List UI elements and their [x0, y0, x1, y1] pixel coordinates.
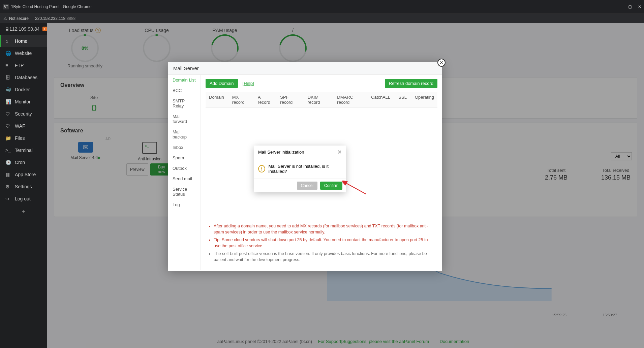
modal-close-button[interactable]: ✕ [437, 59, 446, 67]
help-link[interactable]: [Help] [243, 81, 254, 86]
server-ip: 112.109.90.84 [9, 26, 40, 32]
cancel-button[interactable]: Cancel [297, 182, 317, 190]
terminal-icon: >_ [5, 148, 11, 153]
url-port: :8888 [65, 16, 75, 21]
security-label: Not secure [9, 16, 29, 21]
col-dkim: DKIM record [308, 95, 337, 105]
sidebar-item-files[interactable]: 📁Files [0, 132, 47, 144]
sidebar-item-label: Databases [15, 75, 37, 80]
sidebar-item-label: Docker [15, 87, 30, 92]
sidebar-item-home[interactable]: ⌂Home [0, 35, 47, 47]
modal-tab-log[interactable]: Log [168, 199, 201, 210]
home-icon: ⌂ [5, 38, 11, 44]
sidebar-item-logout[interactable]: ↪Log out [0, 193, 47, 205]
docker-icon: 🐳 [5, 87, 11, 92]
modal-sidebar: Domain List BCC SMTP Relay Mail forward … [168, 75, 201, 270]
monitor-icon: 📊 [5, 99, 11, 104]
sidebar-item-security[interactable]: 🛡Security [0, 108, 47, 120]
col-a: A record [258, 95, 280, 105]
close-window-icon[interactable]: ✕ [638, 4, 641, 9]
display-icon: 🖥 [5, 26, 9, 32]
minimize-icon[interactable]: — [618, 4, 622, 9]
confirm-dialog: Mail Server initialization ✕ ! Mail Serv… [254, 146, 346, 192]
col-ssl: SSL [398, 95, 415, 105]
main-content: Load status? 0% Running smoothly CPU usa… [47, 23, 644, 348]
sidebar-item-label: Log out [15, 196, 31, 201]
sidebar-item-settings[interactable]: ⚙Settings [0, 181, 47, 193]
sidebar-item-label: FTP [15, 63, 24, 68]
sidebar-item-waf[interactable]: 🛡WAF [0, 120, 47, 132]
globe-icon: 🌐 [5, 51, 11, 56]
add-menu-button[interactable]: + [0, 205, 47, 219]
sidebar-item-label: Cron [15, 160, 25, 165]
sidebar-item-databases[interactable]: 🗄Databases [0, 71, 47, 84]
url-host: 220.158.232.118 [35, 16, 65, 21]
sidebar-item-label: Security [15, 111, 32, 117]
window-title: 1Byte Cloud Hosting Panel - Google Chrom… [11, 4, 92, 9]
col-catchall: CatchALL [371, 95, 398, 105]
database-icon: 🗄 [5, 75, 11, 80]
sidebar: 🖥 112.109.90.84 0 ⌂Home 🌐Website ≡FTP 🗄D… [0, 23, 47, 348]
add-domain-button[interactable]: Add Domain [206, 79, 238, 88]
maximize-icon[interactable]: ▢ [628, 4, 632, 9]
cron-icon: 🕒 [5, 160, 11, 165]
modal-tab-mail-forward[interactable]: Mail forward [168, 111, 201, 127]
server-ip-row[interactable]: 🖥 112.109.90.84 0 [0, 23, 47, 35]
note-item: Tip: Some cloud vendors will shut down p… [214, 237, 435, 249]
col-dmarc: DMARC record [337, 95, 371, 105]
modal-title: Mail Server [168, 62, 442, 75]
col-domain: Domain [209, 95, 232, 105]
modal-tab-outbox[interactable]: Outbox [168, 163, 201, 173]
col-spf: SPF record [280, 95, 307, 105]
col-operating: Operating [415, 95, 434, 105]
note-item: The self-built post office version is th… [214, 251, 435, 263]
not-secure-icon: ⚠ [3, 16, 7, 21]
sidebar-item-appstore[interactable]: ▦App Store [0, 168, 47, 181]
shield-icon: 🛡 [5, 111, 11, 117]
refresh-domain-button[interactable]: Refresh domain record [385, 79, 437, 88]
sidebar-item-website[interactable]: 🌐Website [0, 47, 47, 59]
sidebar-item-label: WAF [15, 123, 25, 129]
modal-tab-send-mail[interactable]: Send mail [168, 173, 201, 184]
confirm-message: Mail Server is not installed, is it inst… [269, 164, 342, 174]
confirm-button[interactable]: Confirm [320, 182, 342, 190]
sidebar-item-cron[interactable]: 🕒Cron [0, 156, 47, 168]
modal-tab-mail-backup[interactable]: Mail backup [168, 127, 201, 142]
sidebar-item-docker[interactable]: 🐳Docker [0, 84, 47, 96]
address-bar[interactable]: ⚠ Not secure | 220.158.232.118:8888 [0, 13, 644, 23]
warning-icon: ! [258, 165, 265, 172]
modal-tab-bcc[interactable]: BCC [168, 85, 201, 96]
waf-icon: 🛡 [5, 123, 11, 129]
modal-tab-domain-list[interactable]: Domain List [168, 75, 201, 85]
modal-tab-inbox[interactable]: Inbox [168, 142, 201, 153]
modal-tab-spam[interactable]: Spam [168, 153, 201, 163]
folder-icon: 📁 [5, 135, 11, 141]
confirm-close-button[interactable]: ✕ [337, 149, 342, 155]
favicon: BT [3, 4, 9, 9]
sidebar-item-ftp[interactable]: ≡FTP [0, 59, 47, 71]
sidebar-item-label: App Store [15, 172, 36, 177]
domain-table-header: Domain MX record A record SPF record DKI… [206, 92, 437, 108]
sidebar-item-terminal[interactable]: >_Terminal [0, 144, 47, 156]
gear-icon: ⚙ [5, 184, 11, 189]
logout-icon: ↪ [5, 196, 11, 201]
separator: | [31, 16, 32, 21]
browser-titlebar: BT 1Byte Cloud Hosting Panel - Google Ch… [0, 0, 644, 13]
note-item: After adding a domain name, you need to … [214, 223, 435, 235]
col-mx: MX record [232, 95, 258, 105]
sidebar-item-label: Monitor [15, 99, 31, 104]
sidebar-item-label: Files [15, 135, 25, 141]
sidebar-item-label: Website [15, 51, 32, 56]
sidebar-item-label: Settings [15, 184, 32, 189]
modal-tab-smtp-relay[interactable]: SMTP Relay [168, 96, 201, 111]
sidebar-item-monitor[interactable]: 📊Monitor [0, 96, 47, 108]
modal-notes: After adding a domain name, you need to … [208, 223, 435, 265]
confirm-title: Mail Server initialization [258, 150, 304, 155]
appstore-icon: ▦ [5, 172, 11, 177]
modal-tab-service-status[interactable]: Service Status [168, 184, 201, 199]
sidebar-item-label: Terminal [15, 148, 33, 153]
ftp-icon: ≡ [5, 63, 11, 68]
nav-list: ⌂Home 🌐Website ≡FTP 🗄Databases 🐳Docker 📊… [0, 35, 47, 205]
sidebar-item-label: Home [15, 38, 27, 44]
